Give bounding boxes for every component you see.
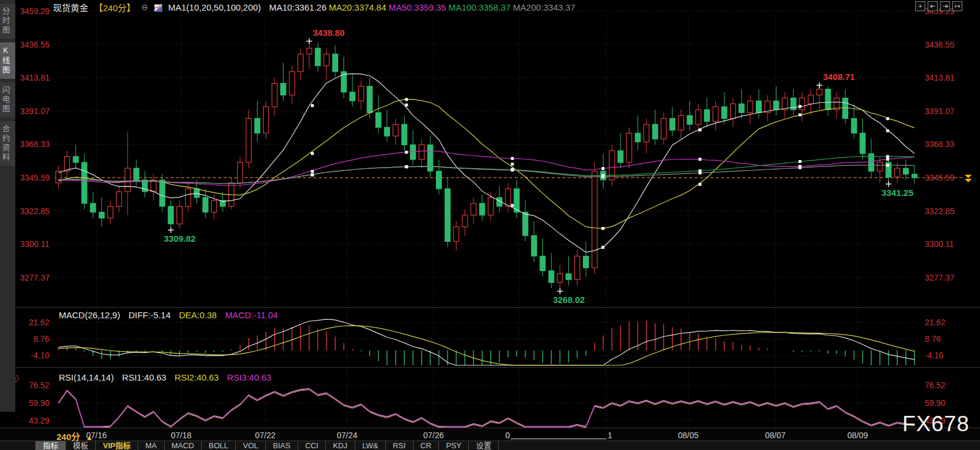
toolbar-item-LW&[interactable]: LW&: [355, 441, 386, 450]
axis-tick-label: 3277.37: [20, 273, 49, 282]
axis-tick-label: 3322.85: [925, 206, 955, 216]
ma-settings-label: MA1(10,20,50,100,200): [168, 2, 261, 12]
svg-text:3268.02: 3268.02: [553, 295, 585, 305]
svg-text:3408.71: 3408.71: [823, 72, 855, 82]
macd-macd-value: MACD:-11.04: [225, 310, 278, 320]
masked-date-right: 1: [608, 431, 612, 440]
toolbar-item-指标[interactable]: 指标: [35, 441, 66, 450]
compress-left-icon[interactable]: ⇤: [928, 1, 938, 11]
date-label: 08/07: [765, 431, 785, 440]
date-label: 08/05: [678, 431, 698, 440]
ma-value-label: MA100:3358.37: [448, 2, 511, 12]
window-tool-buttons: + ⇤ ⇥ ↦: [915, 1, 962, 11]
axis-tick-label: 76.52: [925, 381, 945, 390]
chart-header: 现货黄金 【240分】 ⊖ MA1(10,20,50,100,200) MA10…: [53, 2, 575, 12]
rsi-pane-header: RSI(14,14,14) RSI1:40.63 RSI2:40.63 RSI3…: [59, 372, 277, 382]
date-label: 08/09: [847, 431, 868, 440]
macd-diff-value: DIFF:-5.14: [128, 310, 171, 320]
indicator-toolbar: 指标模板VIP指标MAMACDBOLLVOLBIASCCIKDJLW&RSICR…: [0, 441, 980, 450]
chart-type-sidebar: 分时图K线图闪电图合约资料: [0, 0, 15, 412]
toolbar-item-PSY[interactable]: PSY: [439, 441, 469, 450]
toolbar-item-CCI[interactable]: CCI: [298, 441, 326, 450]
date-label: 07/22: [255, 431, 275, 440]
axis-tick-label: 21.62: [925, 318, 945, 327]
ma-value-label: MA200:3343.37: [513, 2, 575, 12]
macd-dea-value: DEA:0.38: [179, 310, 216, 320]
period-text: 240分: [56, 432, 80, 442]
toolbar-item-RSI[interactable]: RSI: [386, 441, 414, 450]
ma-value-label: MA10:3361.26: [269, 2, 326, 12]
axis-tick-label: 3436.55: [20, 40, 49, 49]
axis-tick-label: 59.90: [925, 398, 945, 408]
macd-pane-header: MACD(26,12,9) DIFF:-5.14 DEA:0.38 MACD:-…: [59, 310, 284, 320]
svg-text:3438.80: 3438.80: [313, 28, 345, 38]
axis-tick-label: 3277.37: [925, 273, 955, 282]
axis-tick-label: -4.10: [925, 351, 944, 360]
axis-tick-label: 3322.85: [20, 206, 49, 216]
toolbar-item-设置[interactable]: 设置: [469, 441, 499, 450]
rsi3-value: RSI3:40.63: [227, 372, 271, 382]
axis-tick-label: 3368.33: [20, 139, 49, 149]
svg-text:3341.25: 3341.25: [882, 188, 914, 198]
toolbar-item-CR[interactable]: CR: [414, 441, 439, 450]
axis-tick-label: 3413.81: [925, 73, 955, 82]
fx678-watermark: FX678: [902, 412, 969, 436]
axis-tick-label: 3300.11: [925, 239, 954, 249]
rsi-title: RSI(14,14,14): [59, 372, 114, 382]
ma-value-label: MA50:3359.35: [389, 2, 446, 12]
sidebar-item-合约资料[interactable]: 合约资料: [0, 121, 15, 166]
toolbar-item-模板[interactable]: 模板: [66, 441, 96, 450]
rsi2-value: RSI2:40.63: [175, 372, 219, 382]
axis-tick-label: 21.62: [20, 318, 49, 327]
toolbar-item-MA[interactable]: MA: [138, 441, 165, 450]
toolbar-item-VIP指标[interactable]: VIP指标: [96, 441, 138, 450]
axis-tick-label: 76.52: [20, 381, 49, 390]
date-label: 07/18: [171, 431, 191, 440]
macd-title: MACD(26,12,9): [59, 310, 120, 320]
date-axis-row: 240分▲ 0 1 07/1607/1807/2207/2407/2608/05…: [0, 428, 980, 441]
timeframe-label: 【240分】: [94, 1, 135, 14]
toolbar-item-BIAS[interactable]: BIAS: [266, 441, 298, 450]
axis-tick-label: 3345.59: [20, 173, 49, 182]
toolbar-item-MACD[interactable]: MACD: [165, 441, 202, 450]
sidebar-item-分时图[interactable]: 分时图: [0, 4, 15, 39]
axis-tick-label: 3436.55: [925, 40, 955, 49]
chart-thumbnail-icon[interactable]: [154, 4, 162, 11]
toolbar-item-VOL[interactable]: VOL: [236, 441, 266, 450]
sidebar-item-闪电图[interactable]: 闪电图: [0, 82, 15, 118]
axis-tick-label: 3413.81: [20, 73, 49, 82]
ma-value-label: MA20:3374.84: [329, 2, 386, 12]
axis-tick-label: 8.76: [20, 334, 49, 344]
svg-text:3309.82: 3309.82: [164, 234, 195, 244]
axis-tick-label: 43.29: [20, 416, 49, 425]
axis-tick-label: 59.90: [20, 398, 49, 408]
toolbar-item-BOLL[interactable]: BOLL: [202, 441, 236, 450]
rsi1-value: RSI1:40.63: [122, 372, 166, 382]
compress-right-icon[interactable]: ⇥: [940, 1, 950, 11]
axis-tick-label: -4.10: [20, 351, 49, 360]
collapse-icon[interactable]: ⊖: [141, 2, 148, 12]
symbol-name: 现货黄金: [53, 1, 88, 14]
axis-tick-label: 3459.29: [20, 6, 49, 16]
date-mask-overlay: [511, 429, 606, 439]
axis-tick-label: 3391.07: [925, 106, 955, 116]
date-label: 07/16: [86, 431, 106, 440]
masked-date-left: 0: [505, 431, 510, 440]
sidebar-item-K线图[interactable]: K线图: [0, 42, 15, 79]
chart-application: 3438.803309.823268.023408.713341.25 分时图K…: [0, 0, 980, 450]
axis-tick-label: 8.76: [925, 334, 941, 344]
pop-out-icon[interactable]: ↦: [952, 1, 962, 11]
axis-tick-label: 3300.11: [20, 239, 49, 249]
pan-tool-icon[interactable]: +: [915, 1, 925, 11]
date-label: 07/26: [423, 431, 444, 440]
axis-tick-label: 3345.59: [925, 173, 955, 182]
axis-tick-label: 3368.33: [925, 139, 955, 149]
chart-svg: 3438.803309.823268.023408.713341.25: [0, 0, 980, 450]
date-label: 07/24: [336, 431, 357, 440]
toolbar-item-KDJ[interactable]: KDJ: [326, 441, 355, 450]
ma-values-group: MA10:3361.26MA20:3374.84MA50:3359.35MA10…: [266, 2, 575, 12]
axis-tick-label: 3391.07: [20, 106, 49, 116]
price-chart-canvas: 3438.803309.823268.023408.713341.25: [0, 0, 980, 450]
